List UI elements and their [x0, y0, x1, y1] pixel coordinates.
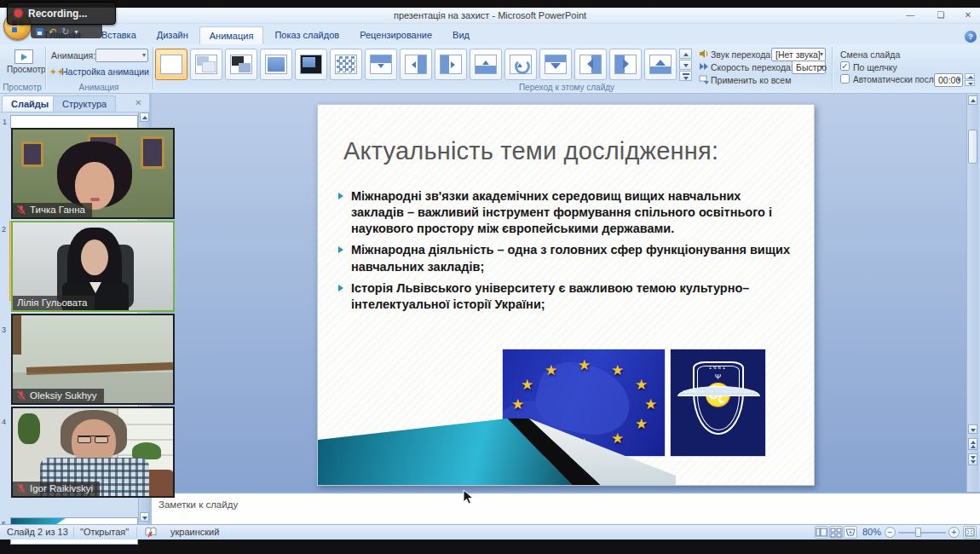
transition-tile-wheel[interactable] [504, 49, 537, 80]
eu-star: ★ [611, 361, 624, 379]
previous-slide-button[interactable] [968, 438, 977, 450]
spellcheck-icon[interactable]: ✗ [145, 527, 157, 538]
transition-tile-fade-through-black[interactable] [225, 49, 257, 80]
status-bar: Слайд 2 из 13 "Открытая" ✗ украинский 80… [0, 524, 980, 540]
close-button[interactable]: ✕ [958, 9, 978, 21]
transition-sound-label: Звук перехода: [711, 49, 773, 60]
gallery-more-button[interactable] [679, 71, 692, 81]
apply-to-all-button[interactable]: Применить ко всем [711, 75, 791, 85]
slide-sorter-view-button[interactable] [829, 526, 843, 539]
panel-close-icon[interactable]: ✕ [133, 97, 144, 108]
transition-tile-push-right[interactable] [609, 49, 642, 80]
eu-star: ★ [635, 376, 648, 394]
transition-tile-push-down[interactable] [539, 49, 572, 80]
participant-face [81, 239, 108, 275]
scroll-down-icon[interactable] [140, 512, 149, 522]
on-click-label: По щелчку [853, 62, 897, 72]
status-theme-name: "Открытая" [80, 527, 129, 537]
notes-pane[interactable]: Заметки к слайду [152, 492, 980, 524]
animation-dropdown[interactable] [95, 49, 148, 62]
custom-animation-button[interactable]: Настройка анимации [61, 66, 149, 77]
scrollbar-thumb[interactable] [968, 130, 977, 164]
qat-dropdown-icon[interactable]: ▾ [74, 28, 78, 36]
normal-view-button[interactable] [815, 526, 828, 539]
animation-group-label: Анимация [48, 83, 150, 92]
fit-to-window-button[interactable] [963, 526, 977, 539]
undo-icon[interactable]: ↶ [49, 27, 56, 36]
help-icon[interactable]: ? [965, 31, 977, 43]
minimize-button[interactable]: — [900, 9, 920, 21]
transition-tile-wipe-up[interactable] [470, 49, 502, 80]
video-tile[interactable]: Лілія Гульовата [11, 221, 175, 312]
crest-year: 1661 [671, 365, 765, 370]
muted-mic-icon [17, 205, 26, 215]
zoom-in-button[interactable]: + [948, 527, 960, 538]
slide-number: 1 [3, 118, 7, 126]
custom-animation-icon: ✦✦ [49, 66, 65, 77]
transition-tile-no-transition[interactable] [155, 49, 187, 80]
gallery-scroll-down[interactable] [679, 60, 692, 70]
video-tile[interactable]: Тичка Ганна [11, 128, 175, 219]
on-click-checkbox[interactable]: ✓ [840, 61, 850, 71]
preview-button[interactable]: Просмотр [7, 48, 41, 82]
tab-slides[interactable]: Слайды [2, 95, 58, 112]
auto-after-time[interactable]: 00:00 [934, 73, 963, 87]
gallery-scroll-up[interactable] [679, 49, 692, 59]
transition-speed-icon [699, 61, 709, 72]
participant-label: Тичка Ганна [13, 203, 92, 217]
transition-tile-dissolve[interactable] [330, 49, 362, 80]
scroll-up-icon[interactable] [140, 113, 149, 122]
slideshow-view-button[interactable] [844, 526, 857, 539]
slide-bullet: Міжнародна діяльність – одна з головних … [335, 242, 791, 274]
svg-text:✗: ✗ [147, 531, 153, 538]
slide-bullet: Міжнародні зв'язки академічних середовищ… [335, 188, 791, 237]
title-bar: презентація на захист - Microsoft PowerP… [0, 8, 980, 24]
redo-icon[interactable]: ↻ [61, 27, 69, 36]
video-tile[interactable]: Igor Raikivskyi [11, 407, 175, 498]
participant-name: Oleksiy Sukhyy [30, 390, 97, 401]
zoom-slider-track[interactable] [898, 532, 946, 534]
participant-name: Igor Raikivskyi [30, 483, 93, 493]
next-slide-button[interactable] [968, 453, 977, 465]
plant [18, 413, 40, 444]
tab-outline[interactable]: Структура [53, 95, 116, 112]
transition-tile-wipe-right[interactable] [435, 49, 467, 80]
participant-label: Oleksiy Sukhyy [13, 389, 104, 403]
status-slide-position: Слайд 2 из 13 [7, 527, 68, 537]
slide-canvas[interactable]: Актуальність теми дослідження: Міжнародн… [317, 104, 815, 486]
transition-sound-dropdown[interactable]: [Нет звука] [771, 48, 826, 61]
transition-speed-dropdown[interactable]: Быстро [792, 61, 826, 74]
scroll-up-icon[interactable] [968, 95, 977, 105]
editor-scrollbar[interactable] [966, 94, 978, 492]
transition-tile-fade-smoothly[interactable] [190, 49, 222, 80]
recording-indicator: Recording... [7, 2, 116, 25]
slide-thumbnail[interactable] [10, 115, 138, 129]
video-tile[interactable]: Oleksiy Sukhyy [11, 314, 175, 405]
scroll-down-icon[interactable] [968, 424, 977, 434]
tab-view[interactable]: Вид [443, 26, 479, 44]
eu-star: ★ [511, 395, 524, 413]
slide-number: 2 [2, 225, 6, 234]
tab-animations[interactable]: Анимация [199, 26, 264, 44]
plant [132, 442, 161, 459]
save-icon[interactable] [36, 28, 43, 36]
transition-tile-wipe-left[interactable] [400, 49, 432, 80]
record-dot-icon [14, 9, 22, 17]
auto-after-checkbox[interactable] [840, 74, 850, 84]
transition-tile-wipe-down[interactable] [365, 49, 397, 80]
tab-design[interactable]: Дизайн [147, 26, 198, 44]
tab-slideshow[interactable]: Показ слайдов [265, 26, 349, 44]
transition-tile-cut[interactable] [260, 49, 292, 80]
tab-review[interactable]: Рецензирование [350, 26, 441, 44]
transition-tile-push-left[interactable] [574, 49, 607, 80]
slide-bullet-list: Міжнародні зв'язки академічних середовищ… [335, 188, 791, 318]
mouse-cursor [463, 489, 474, 505]
transition-tile-push-up[interactable] [644, 49, 677, 80]
transition-tile-cut-through-black[interactable] [295, 49, 327, 80]
zoom-slider-thumb[interactable] [915, 528, 921, 537]
ribbon: Просмотр Просмотр Анимация: Настройка ан… [0, 44, 980, 94]
auto-after-label: Автоматически после: [853, 75, 941, 84]
zoom-out-button[interactable]: − [885, 527, 896, 538]
restore-button[interactable]: ❏ [931, 9, 951, 21]
auto-after-spinner[interactable] [965, 73, 975, 87]
